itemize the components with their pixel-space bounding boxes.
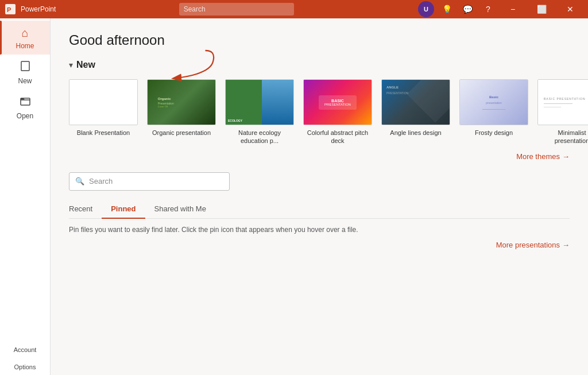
titlebar-search-input[interactable] <box>179 3 294 16</box>
annotation-container: Blank Presentation Organic Presentation … <box>69 79 570 145</box>
template-nature-thumb: ECOLOGY <box>225 79 294 125</box>
tab-pinned[interactable]: Pinned <box>102 200 145 219</box>
tab-recent[interactable]: Recent <box>69 200 102 219</box>
sidebar-item-home[interactable]: ⌂ Home <box>0 21 50 55</box>
pin-message: Pin files you want to easily find later.… <box>69 226 570 234</box>
more-themes-arrow-icon: → <box>562 152 570 161</box>
search-icon: 🔍 <box>75 177 84 185</box>
sidebar-bottom: Account Options <box>0 341 50 375</box>
sidebar-item-account-label: Account <box>14 346 37 353</box>
template-frosty-thumb: Basic presentation <box>459 79 528 125</box>
feedback-icon[interactable]: 💬 <box>458 0 477 18</box>
more-presentations-arrow-icon: → <box>562 241 570 249</box>
open-icon <box>20 95 31 110</box>
template-organic[interactable]: Organic Presentation Cover 7/8 Organic p… <box>147 79 216 145</box>
app-body: ⌂ Home New Open Account <box>0 18 588 375</box>
app-logo: P <box>5 3 16 15</box>
sidebar-item-new[interactable]: New <box>0 55 50 90</box>
titlebar-left: P PowerPoint <box>5 3 56 15</box>
main-content: Good afternoon ▾ New <box>51 18 588 375</box>
help-icon[interactable]: ? <box>479 0 497 18</box>
sidebar-item-home-label: Home <box>16 42 34 50</box>
template-colorful-label: Colorful abstract pitch deck <box>306 129 369 145</box>
svg-rect-2 <box>21 61 29 71</box>
template-nature-label: Nature ecology education p... <box>228 129 291 145</box>
template-minimalist[interactable]: BASIC PRESENTATION Minimalist presentati… <box>537 79 588 145</box>
sidebar-item-options[interactable]: Options <box>0 358 50 375</box>
sidebar: ⌂ Home New Open Account <box>0 18 51 375</box>
template-angle[interactable]: ANGLE PRESENTATION Angle lines design <box>381 79 450 145</box>
titlebar-controls: U 💡 💬 ? − ⬜ ✕ <box>417 0 583 18</box>
more-presentations-link[interactable]: More presentations → <box>69 241 570 249</box>
restore-button[interactable]: ⬜ <box>528 0 555 18</box>
greeting: Good afternoon <box>69 32 570 48</box>
sidebar-item-options-label: Options <box>14 364 36 370</box>
close-button[interactable]: ✕ <box>557 0 583 18</box>
tabs-row: Recent Pinned Shared with Me <box>69 200 570 219</box>
chevron-icon[interactable]: ▾ <box>69 60 73 69</box>
app-name: PowerPoint <box>21 5 56 13</box>
titlebar-search-area[interactable] <box>179 3 294 16</box>
template-colorful-thumb: BASIC PRESENTATION <box>303 79 372 125</box>
template-organic-thumb: Organic Presentation Cover 7/8 <box>147 79 216 125</box>
more-themes-label: More themes <box>516 152 560 161</box>
new-icon <box>20 60 31 75</box>
templates-grid: Blank Presentation Organic Presentation … <box>69 79 570 145</box>
template-angle-label: Angle lines design <box>390 129 441 137</box>
tab-shared[interactable]: Shared with Me <box>145 200 215 219</box>
template-minimalist-label: Minimalist presentation <box>540 129 588 145</box>
template-frosty[interactable]: Basic presentation Frosty design <box>459 79 528 145</box>
home-icon: ⌂ <box>21 26 28 40</box>
avatar-button[interactable]: U <box>417 0 435 18</box>
sidebar-item-account[interactable]: Account <box>0 341 50 358</box>
search-box: 🔍 <box>69 172 230 191</box>
template-colorful[interactable]: BASIC PRESENTATION Colorful abstract pit… <box>303 79 372 145</box>
sidebar-item-open[interactable]: Open <box>0 90 50 125</box>
template-organic-label: Organic presentation <box>152 129 211 137</box>
lightbulb-icon[interactable]: 💡 <box>438 0 456 18</box>
svg-text:P: P <box>7 6 11 13</box>
new-section-title: New <box>76 60 95 70</box>
sidebar-item-new-label: New <box>18 77 32 85</box>
template-minimalist-thumb: BASIC PRESENTATION <box>537 79 588 125</box>
more-presentations-label: More presentations <box>496 241 560 249</box>
template-nature[interactable]: ECOLOGY Nature ecology education p... <box>225 79 294 145</box>
search-container: 🔍 <box>69 172 570 191</box>
template-frosty-label: Frosty design <box>475 129 513 137</box>
template-angle-thumb: ANGLE PRESENTATION <box>381 79 450 125</box>
titlebar: P PowerPoint U 💡 💬 ? − ⬜ ✕ <box>0 0 588 18</box>
template-blank-label: Blank Presentation <box>77 129 130 137</box>
template-blank[interactable]: Blank Presentation <box>69 79 138 145</box>
more-themes-link[interactable]: More themes → <box>69 152 570 161</box>
new-section-header: ▾ New <box>69 60 570 70</box>
search-input[interactable] <box>89 177 223 185</box>
minimize-button[interactable]: − <box>500 0 526 18</box>
avatar: U <box>418 1 434 17</box>
sidebar-item-open-label: Open <box>17 112 33 120</box>
template-blank-thumb <box>69 79 138 125</box>
